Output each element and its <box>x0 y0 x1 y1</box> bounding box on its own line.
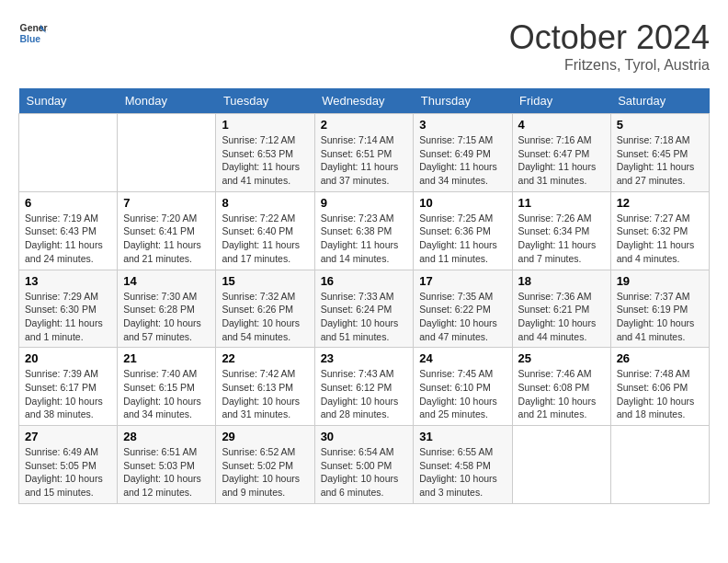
day-info: Sunrise: 7:30 AM Sunset: 6:28 PM Dayligh… <box>123 290 210 344</box>
day-number: 14 <box>123 274 210 288</box>
day-cell: 13Sunrise: 7:29 AM Sunset: 6:30 PM Dayli… <box>19 270 118 348</box>
day-cell <box>118 114 216 192</box>
day-info: Sunrise: 7:22 AM Sunset: 6:40 PM Dayligh… <box>222 212 308 266</box>
day-cell: 20Sunrise: 7:39 AM Sunset: 6:17 PM Dayli… <box>19 348 118 426</box>
week-row-3: 13Sunrise: 7:29 AM Sunset: 6:30 PM Dayli… <box>19 270 710 348</box>
day-info: Sunrise: 7:19 AM Sunset: 6:43 PM Dayligh… <box>25 212 111 266</box>
day-cell <box>19 114 118 192</box>
day-cell: 7Sunrise: 7:20 AM Sunset: 6:41 PM Daylig… <box>118 191 216 270</box>
day-number: 5 <box>617 118 703 132</box>
day-info: Sunrise: 7:42 AM Sunset: 6:13 PM Dayligh… <box>222 367 308 421</box>
header-row: SundayMondayTuesdayWednesdayThursdayFrid… <box>19 88 710 114</box>
day-number: 21 <box>123 351 210 365</box>
day-info: Sunrise: 7:35 AM Sunset: 6:22 PM Dayligh… <box>419 290 506 344</box>
day-number: 27 <box>25 430 111 443</box>
day-cell <box>512 426 610 504</box>
day-info: Sunrise: 7:43 AM Sunset: 6:12 PM Dayligh… <box>321 367 408 421</box>
svg-text:Blue: Blue <box>20 34 41 44</box>
column-header-thursday: Thursday <box>414 88 512 114</box>
day-info: Sunrise: 7:40 AM Sunset: 6:15 PM Dayligh… <box>123 367 210 421</box>
day-number: 3 <box>419 118 506 132</box>
week-row-4: 20Sunrise: 7:39 AM Sunset: 6:17 PM Dayli… <box>19 348 710 426</box>
day-number: 18 <box>518 274 605 288</box>
svg-text:General: General <box>20 23 48 33</box>
day-number: 17 <box>419 274 506 288</box>
day-cell: 29Sunrise: 6:52 AM Sunset: 5:02 PM Dayli… <box>216 426 314 504</box>
column-header-tuesday: Tuesday <box>216 88 314 114</box>
day-info: Sunrise: 7:12 AM Sunset: 6:53 PM Dayligh… <box>222 133 308 188</box>
day-cell: 5Sunrise: 7:18 AM Sunset: 6:45 PM Daylig… <box>610 114 709 192</box>
day-cell: 16Sunrise: 7:33 AM Sunset: 6:24 PM Dayli… <box>314 270 414 348</box>
day-info: Sunrise: 7:29 AM Sunset: 6:30 PM Dayligh… <box>25 290 111 344</box>
day-number: 26 <box>617 351 703 365</box>
day-cell: 23Sunrise: 7:43 AM Sunset: 6:12 PM Dayli… <box>314 348 414 426</box>
column-header-friday: Friday <box>512 88 610 114</box>
week-row-1: 1Sunrise: 7:12 AM Sunset: 6:53 PM Daylig… <box>19 114 710 192</box>
day-number: 9 <box>321 196 408 210</box>
day-info: Sunrise: 7:16 AM Sunset: 6:47 PM Dayligh… <box>518 133 605 188</box>
day-info: Sunrise: 7:27 AM Sunset: 6:32 PM Dayligh… <box>617 212 703 266</box>
day-number: 28 <box>123 430 210 443</box>
day-number: 7 <box>123 196 210 210</box>
day-number: 2 <box>321 118 408 132</box>
day-cell: 12Sunrise: 7:27 AM Sunset: 6:32 PM Dayli… <box>610 191 709 270</box>
day-cell: 15Sunrise: 7:32 AM Sunset: 6:26 PM Dayli… <box>216 270 314 348</box>
day-number: 13 <box>25 274 111 288</box>
day-cell: 21Sunrise: 7:40 AM Sunset: 6:15 PM Dayli… <box>118 348 216 426</box>
day-number: 25 <box>518 351 605 365</box>
day-cell: 24Sunrise: 7:45 AM Sunset: 6:10 PM Dayli… <box>414 348 512 426</box>
day-cell: 2Sunrise: 7:14 AM Sunset: 6:51 PM Daylig… <box>314 114 414 192</box>
day-info: Sunrise: 6:49 AM Sunset: 5:05 PM Dayligh… <box>25 445 111 500</box>
week-row-5: 27Sunrise: 6:49 AM Sunset: 5:05 PM Dayli… <box>19 426 710 504</box>
column-header-wednesday: Wednesday <box>314 88 414 114</box>
day-number: 29 <box>222 430 308 443</box>
day-info: Sunrise: 7:26 AM Sunset: 6:34 PM Dayligh… <box>518 212 605 266</box>
day-cell: 18Sunrise: 7:36 AM Sunset: 6:21 PM Dayli… <box>512 270 610 348</box>
day-info: Sunrise: 6:55 AM Sunset: 4:58 PM Dayligh… <box>419 445 506 500</box>
calendar-table: SundayMondayTuesdayWednesdayThursdayFrid… <box>18 88 710 504</box>
week-row-2: 6Sunrise: 7:19 AM Sunset: 6:43 PM Daylig… <box>19 191 710 270</box>
day-info: Sunrise: 6:54 AM Sunset: 5:00 PM Dayligh… <box>321 445 408 500</box>
day-number: 15 <box>222 274 308 288</box>
day-number: 30 <box>321 430 408 443</box>
column-header-monday: Monday <box>118 88 216 114</box>
day-number: 20 <box>25 351 111 365</box>
day-cell: 4Sunrise: 7:16 AM Sunset: 6:47 PM Daylig… <box>512 114 610 192</box>
day-cell: 3Sunrise: 7:15 AM Sunset: 6:49 PM Daylig… <box>414 114 512 192</box>
day-cell: 1Sunrise: 7:12 AM Sunset: 6:53 PM Daylig… <box>216 114 314 192</box>
day-cell: 14Sunrise: 7:30 AM Sunset: 6:28 PM Dayli… <box>118 270 216 348</box>
day-cell: 30Sunrise: 6:54 AM Sunset: 5:00 PM Dayli… <box>314 426 414 504</box>
page-header: General Blue October 2024 Fritzens, Tyro… <box>18 18 710 74</box>
logo-icon: General Blue <box>18 18 48 48</box>
location: Fritzens, Tyrol, Austria <box>509 57 710 74</box>
day-info: Sunrise: 7:14 AM Sunset: 6:51 PM Dayligh… <box>321 133 408 188</box>
day-info: Sunrise: 7:15 AM Sunset: 6:49 PM Dayligh… <box>419 133 506 188</box>
day-cell: 11Sunrise: 7:26 AM Sunset: 6:34 PM Dayli… <box>512 191 610 270</box>
day-cell: 31Sunrise: 6:55 AM Sunset: 4:58 PM Dayli… <box>414 426 512 504</box>
day-number: 16 <box>321 274 408 288</box>
day-number: 24 <box>419 351 506 365</box>
day-cell: 27Sunrise: 6:49 AM Sunset: 5:05 PM Dayli… <box>19 426 118 504</box>
day-number: 31 <box>419 430 506 443</box>
day-cell <box>610 426 709 504</box>
day-cell: 6Sunrise: 7:19 AM Sunset: 6:43 PM Daylig… <box>19 191 118 270</box>
day-info: Sunrise: 7:39 AM Sunset: 6:17 PM Dayligh… <box>25 367 111 421</box>
day-number: 12 <box>617 196 703 210</box>
day-cell: 26Sunrise: 7:48 AM Sunset: 6:06 PM Dayli… <box>610 348 709 426</box>
day-info: Sunrise: 7:25 AM Sunset: 6:36 PM Dayligh… <box>419 212 506 266</box>
day-cell: 25Sunrise: 7:46 AM Sunset: 6:08 PM Dayli… <box>512 348 610 426</box>
day-number: 23 <box>321 351 408 365</box>
day-number: 4 <box>518 118 605 132</box>
day-number: 8 <box>222 196 308 210</box>
day-cell: 8Sunrise: 7:22 AM Sunset: 6:40 PM Daylig… <box>216 191 314 270</box>
day-cell: 9Sunrise: 7:23 AM Sunset: 6:38 PM Daylig… <box>314 191 414 270</box>
title-block: October 2024 Fritzens, Tyrol, Austria <box>509 18 710 74</box>
day-info: Sunrise: 7:45 AM Sunset: 6:10 PM Dayligh… <box>419 367 506 421</box>
day-number: 1 <box>222 118 308 132</box>
day-number: 22 <box>222 351 308 365</box>
day-info: Sunrise: 6:52 AM Sunset: 5:02 PM Dayligh… <box>222 445 308 500</box>
month-title: October 2024 <box>509 18 710 57</box>
day-number: 6 <box>25 196 111 210</box>
day-info: Sunrise: 7:23 AM Sunset: 6:38 PM Dayligh… <box>321 212 408 266</box>
day-number: 19 <box>617 274 703 288</box>
